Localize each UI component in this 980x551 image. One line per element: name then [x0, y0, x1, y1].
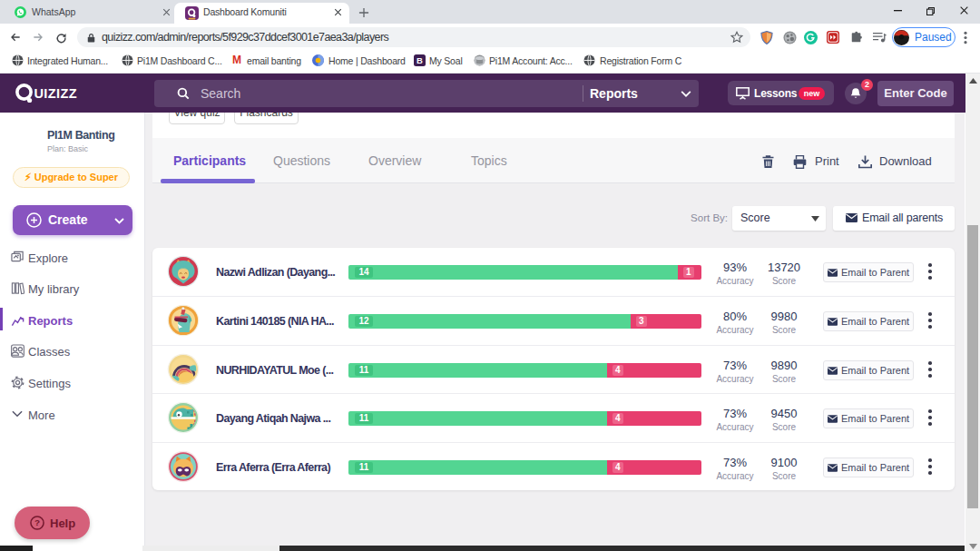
svg-text:?: ?: [34, 517, 40, 527]
svg-text:UIZIZZ: UIZIZZ: [34, 86, 78, 101]
svg-text:B: B: [416, 55, 423, 65]
